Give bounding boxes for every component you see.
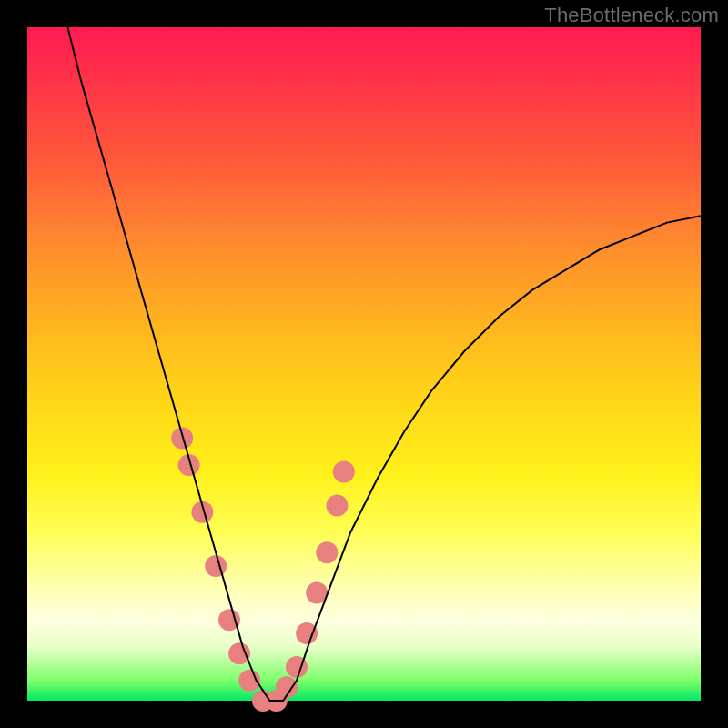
data-marker	[326, 494, 348, 516]
bottleneck-curve	[67, 27, 701, 701]
data-marker	[296, 622, 318, 644]
watermark-text: TheBottleneck.com	[544, 4, 719, 27]
markers-group	[171, 427, 355, 712]
data-marker	[228, 642, 250, 664]
data-marker	[333, 460, 355, 482]
data-marker	[171, 427, 193, 449]
chart-svg	[27, 27, 701, 701]
data-marker	[316, 541, 338, 563]
chart-frame	[27, 27, 701, 701]
data-marker	[205, 555, 227, 577]
